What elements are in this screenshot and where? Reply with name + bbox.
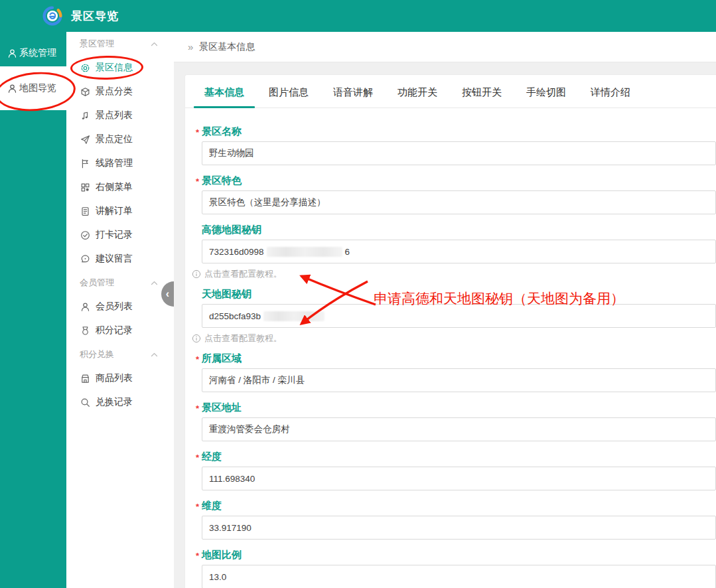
sidebar-item-guide-orders[interactable]: 讲解订单 [66, 199, 174, 223]
sidebar-item-label: 会员列表 [96, 301, 133, 313]
user-icon [7, 84, 17, 94]
sidebar-section-points-exchange[interactable]: 积分兑换 [66, 342, 174, 366]
section-label: 积分兑换 [80, 348, 114, 360]
content-area: » 景区基本信息 基本信息 图片信息 语音讲解 功能开关 按钮开关 手绘切图 详… [174, 32, 716, 588]
sidebar-item-suggestions[interactable]: 建议留言 [66, 247, 174, 271]
sidebar-item-checkin-records[interactable]: 打卡记录 [66, 223, 174, 247]
hint-text: 点击查看配置教程。 [204, 332, 282, 344]
sidebar-section-member-management[interactable]: 会员管理 [66, 271, 174, 295]
input-value: 野生动物园 [209, 147, 254, 159]
basic-info-form: 景区名称 野生动物园 景区特色 景区特色（这里是分享描述） [185, 108, 716, 588]
scenic-feature-input[interactable]: 景区特色（这里是分享描述） [202, 190, 716, 214]
check-circle-icon [80, 230, 91, 240]
section-label: 会员管理 [80, 277, 114, 289]
sidebar-item-label: 景区信息 [96, 62, 133, 74]
primary-nav-rail: 系统管理 地图导览 [0, 32, 66, 588]
chevron-up-icon [151, 42, 158, 46]
region-select[interactable]: 河南省 / 洛阳市 / 栾川县 [202, 368, 716, 392]
chevron-up-icon [151, 352, 158, 357]
search-icon [80, 398, 91, 407]
masked-value [263, 311, 324, 321]
sidebar-item-label: 右侧菜单 [96, 181, 133, 193]
double-chevron-icon: » [188, 41, 193, 52]
chevron-up-icon [151, 281, 158, 285]
field-label: 天地图秘钥 [202, 288, 716, 299]
chevron-left-icon [166, 288, 169, 300]
map-scale-input[interactable]: 13.0 [202, 565, 716, 588]
rail-item-label: 系统管理 [19, 47, 56, 59]
grid-icon [80, 183, 91, 192]
sidebar-item-route-management[interactable]: 线路管理 [66, 151, 174, 175]
field-tianditu-key: 天地图秘钥 d255bcfa93b 点击查看配置教程。 [202, 288, 716, 344]
sidebar-item-label: 景点定位 [96, 133, 133, 145]
input-value: 33.917190 [209, 523, 251, 533]
field-latitude: 维度 33.917190 [202, 500, 716, 540]
sidebar-item-label: 建议留言 [96, 253, 133, 265]
field-scenic-name: 景区名称 野生动物园 [202, 125, 716, 165]
sidebar-item-spot-category[interactable]: 景点分类 [66, 80, 174, 104]
tab-details-intro[interactable]: 详情介绍 [580, 86, 641, 108]
tab-hand-drawn-map[interactable]: 手绘切图 [516, 86, 577, 108]
field-label: 所属区域 [202, 352, 716, 364]
field-label: 景区特色 [202, 175, 716, 186]
sidebar-item-exchange-records[interactable]: 兑换记录 [66, 390, 174, 414]
tianditu-key-input[interactable]: d255bcfa93b [202, 304, 716, 328]
field-scenic-feature: 景区特色 景区特色（这里是分享描述） [202, 175, 716, 214]
rail-item-system-management[interactable]: 系统管理 [0, 40, 66, 66]
scenic-name-input[interactable]: 野生动物园 [202, 141, 716, 165]
flag-icon [80, 159, 91, 169]
paper-plane-icon [80, 135, 91, 145]
sidebar-item-label: 线路管理 [96, 157, 133, 169]
tab-button-switch[interactable]: 按钮开关 [451, 86, 512, 108]
input-value: 景区特色（这里是分享描述） [209, 196, 326, 208]
tab-image-info[interactable]: 图片信息 [258, 86, 319, 108]
latitude-input[interactable]: 33.917190 [202, 516, 716, 540]
secondary-sidebar: 景区管理 景区信息 景点分类 景点列表 景点定位 线路管理 右侧菜单 [66, 32, 174, 588]
longitude-input[interactable]: 111.698340 [202, 467, 716, 490]
tab-basic-info[interactable]: 基本信息 [194, 86, 255, 108]
breadcrumb: » 景区基本信息 [174, 32, 716, 62]
sidebar-section-scenic-management[interactable]: 景区管理 [66, 32, 174, 56]
field-address: 景区地址 重渡沟管委会仓房村 [202, 402, 716, 441]
rail-item-map-guide[interactable]: 地图导览 [0, 66, 66, 110]
sidebar-item-label: 兑换记录 [96, 396, 133, 408]
tab-bar: 基本信息 图片信息 语音讲解 功能开关 按钮开关 手绘切图 详情介绍 [185, 75, 716, 108]
field-label: 地图比例 [202, 549, 716, 560]
sidebar-item-right-menu[interactable]: 右侧菜单 [66, 175, 174, 199]
tab-audio-guide[interactable]: 语音讲解 [322, 86, 384, 108]
sidebar-item-spot-location[interactable]: 景点定位 [66, 127, 174, 151]
user-icon [80, 302, 91, 312]
sidebar-item-label: 打卡记录 [96, 229, 133, 241]
medal-icon [80, 326, 91, 336]
input-value: 重渡沟管委会仓房村 [209, 423, 290, 435]
field-longitude: 经度 111.698340 [202, 451, 716, 490]
sidebar-item-label: 景点列表 [96, 110, 133, 121]
field-map-scale: 地图比例 13.0 [202, 549, 716, 588]
sidebar-item-member-list[interactable]: 会员列表 [66, 295, 174, 319]
document-icon [80, 206, 91, 216]
sidebar-item-points-records[interactable]: 积分记录 [66, 319, 174, 342]
sidebar-item-label: 讲解订单 [96, 205, 133, 217]
rail-item-label: 地图导览 [19, 82, 56, 94]
amap-key-tutorial-link[interactable]: 点击查看配置教程。 [192, 268, 716, 280]
address-input[interactable]: 重渡沟管委会仓房村 [202, 417, 716, 441]
field-label: 景区地址 [202, 402, 716, 413]
input-value: 13.0 [209, 572, 226, 582]
input-value: 河南省 / 洛阳市 / 栾川县 [209, 374, 305, 386]
swirl-logo-icon [42, 6, 62, 26]
info-icon [192, 334, 201, 343]
field-label: 维度 [202, 500, 716, 511]
form-card: 基本信息 图片信息 语音讲解 功能开关 按钮开关 手绘切图 详情介绍 景区名称 … [184, 74, 716, 588]
tianditu-key-tutorial-link[interactable]: 点击查看配置教程。 [192, 332, 716, 344]
field-amap-key: 高德地图秘钥 732316d0998 6 点击查看配置教程。 [202, 224, 716, 280]
field-region: 所属区域 河南省 / 洛阳市 / 栾川县 [202, 352, 716, 392]
sidebar-item-scenic-info[interactable]: 景区信息 [66, 56, 174, 80]
top-header: 景区导览 [0, 0, 716, 32]
hint-text: 点击查看配置教程。 [204, 268, 282, 280]
tab-feature-switch[interactable]: 功能开关 [387, 86, 448, 108]
sidebar-item-product-list[interactable]: 商品列表 [66, 366, 174, 390]
sidebar-item-spot-list[interactable]: 景点列表 [66, 104, 174, 127]
app-title: 景区导览 [71, 9, 119, 24]
amap-key-input[interactable]: 732316d0998 6 [202, 240, 716, 263]
sidebar-item-label: 商品列表 [96, 372, 133, 384]
